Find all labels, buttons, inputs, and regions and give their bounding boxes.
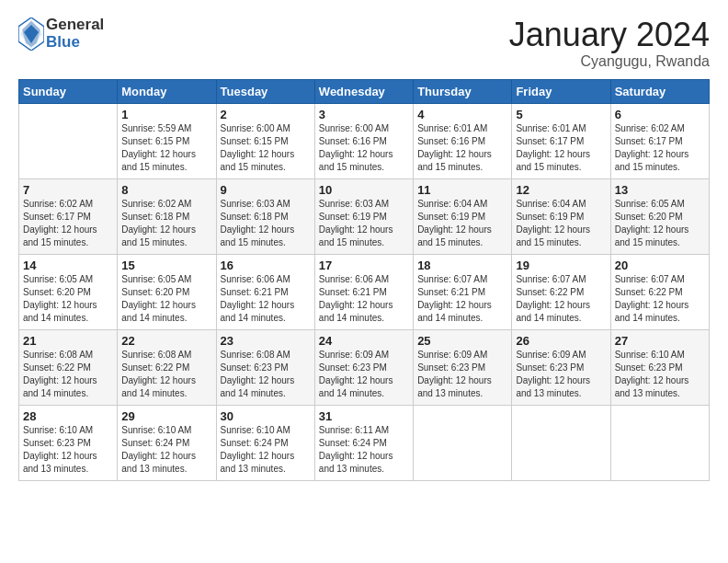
- table-row: 27Sunrise: 6:10 AM Sunset: 6:23 PM Dayli…: [610, 329, 709, 405]
- col-wednesday: Wednesday: [314, 79, 413, 103]
- day-number: 21: [23, 334, 113, 348]
- table-row: 17Sunrise: 6:06 AM Sunset: 6:21 PM Dayli…: [314, 254, 413, 329]
- day-info: Sunrise: 6:07 AM Sunset: 6:22 PM Dayligh…: [615, 273, 705, 325]
- table-row: 9Sunrise: 6:03 AM Sunset: 6:18 PM Daylig…: [216, 178, 314, 254]
- day-info: Sunrise: 6:07 AM Sunset: 6:22 PM Dayligh…: [516, 273, 606, 325]
- day-number: 23: [221, 334, 311, 348]
- calendar-week-3: 21Sunrise: 6:08 AM Sunset: 6:22 PM Dayli…: [19, 329, 710, 405]
- day-info: Sunrise: 6:10 AM Sunset: 6:24 PM Dayligh…: [121, 424, 211, 476]
- table-row: 15Sunrise: 6:05 AM Sunset: 6:20 PM Dayli…: [118, 254, 216, 329]
- logo-general-text: General: [46, 17, 104, 34]
- day-info: Sunrise: 6:04 AM Sunset: 6:19 PM Dayligh…: [516, 198, 606, 249]
- day-info: Sunrise: 6:09 AM Sunset: 6:23 PM Dayligh…: [417, 349, 507, 400]
- day-info: Sunrise: 6:08 AM Sunset: 6:22 PM Dayligh…: [23, 349, 113, 400]
- header-row: Sunday Monday Tuesday Wednesday Thursday…: [19, 79, 710, 103]
- table-row: 30Sunrise: 6:10 AM Sunset: 6:24 PM Dayli…: [216, 405, 314, 480]
- calendar-week-1: 7Sunrise: 6:02 AM Sunset: 6:17 PM Daylig…: [19, 178, 710, 254]
- day-number: 31: [319, 409, 409, 423]
- day-number: 29: [121, 409, 211, 423]
- day-info: Sunrise: 6:09 AM Sunset: 6:23 PM Dayligh…: [516, 349, 606, 400]
- day-number: 15: [121, 259, 211, 272]
- day-info: Sunrise: 6:04 AM Sunset: 6:19 PM Dayligh…: [417, 198, 507, 249]
- day-info: Sunrise: 6:03 AM Sunset: 6:19 PM Dayligh…: [319, 198, 409, 249]
- calendar-week-4: 28Sunrise: 6:10 AM Sunset: 6:23 PM Dayli…: [19, 405, 710, 480]
- table-row: 3Sunrise: 6:00 AM Sunset: 6:16 PM Daylig…: [314, 103, 413, 178]
- day-number: 13: [615, 183, 705, 197]
- table-row: 14Sunrise: 6:05 AM Sunset: 6:20 PM Dayli…: [19, 254, 118, 329]
- day-info: Sunrise: 6:05 AM Sunset: 6:20 PM Dayligh…: [23, 273, 113, 325]
- calendar-week-2: 14Sunrise: 6:05 AM Sunset: 6:20 PM Dayli…: [19, 254, 710, 329]
- table-row: 6Sunrise: 6:02 AM Sunset: 6:17 PM Daylig…: [610, 103, 709, 178]
- day-info: Sunrise: 6:10 AM Sunset: 6:24 PM Dayligh…: [221, 424, 311, 476]
- day-info: Sunrise: 6:11 AM Sunset: 6:24 PM Dayligh…: [319, 424, 409, 476]
- table-row: 20Sunrise: 6:07 AM Sunset: 6:22 PM Dayli…: [610, 254, 709, 329]
- day-number: 9: [221, 183, 311, 197]
- logo-text: General Blue: [46, 17, 104, 51]
- title-block: January 2024 Cyangugu, Rwanda: [509, 17, 710, 70]
- day-info: Sunrise: 6:10 AM Sunset: 6:23 PM Dayligh…: [23, 424, 113, 476]
- table-row: 23Sunrise: 6:08 AM Sunset: 6:23 PM Dayli…: [216, 329, 314, 405]
- day-number: 18: [417, 259, 507, 272]
- day-number: 26: [516, 334, 606, 348]
- col-friday: Friday: [512, 79, 610, 103]
- table-row: 16Sunrise: 6:06 AM Sunset: 6:21 PM Dayli…: [216, 254, 314, 329]
- table-row: 24Sunrise: 6:09 AM Sunset: 6:23 PM Dayli…: [314, 329, 413, 405]
- table-row: 21Sunrise: 6:08 AM Sunset: 6:22 PM Dayli…: [19, 329, 118, 405]
- day-number: 5: [516, 108, 606, 121]
- logo-blue-text: Blue: [46, 34, 104, 52]
- day-info: Sunrise: 6:00 AM Sunset: 6:16 PM Dayligh…: [319, 122, 409, 174]
- table-row: 11Sunrise: 6:04 AM Sunset: 6:19 PM Dayli…: [414, 178, 512, 254]
- col-tuesday: Tuesday: [216, 79, 314, 103]
- calendar-table: Sunday Monday Tuesday Wednesday Thursday…: [18, 79, 710, 481]
- table-row: 26Sunrise: 6:09 AM Sunset: 6:23 PM Dayli…: [512, 329, 610, 405]
- table-row: [414, 405, 512, 480]
- table-row: 2Sunrise: 6:00 AM Sunset: 6:15 PM Daylig…: [216, 103, 314, 178]
- day-number: 16: [221, 259, 311, 272]
- col-monday: Monday: [118, 79, 216, 103]
- col-sunday: Sunday: [19, 79, 118, 103]
- table-row: 4Sunrise: 6:01 AM Sunset: 6:16 PM Daylig…: [414, 103, 512, 178]
- day-info: Sunrise: 6:08 AM Sunset: 6:22 PM Dayligh…: [121, 349, 211, 400]
- col-saturday: Saturday: [610, 79, 709, 103]
- day-number: 6: [615, 108, 705, 121]
- day-info: Sunrise: 6:00 AM Sunset: 6:15 PM Dayligh…: [221, 122, 311, 174]
- table-row: 28Sunrise: 6:10 AM Sunset: 6:23 PM Dayli…: [19, 405, 118, 480]
- day-number: 17: [319, 259, 409, 272]
- day-number: 3: [319, 108, 409, 121]
- calendar-subtitle: Cyangugu, Rwanda: [509, 53, 710, 70]
- table-row: 1Sunrise: 5:59 AM Sunset: 6:15 PM Daylig…: [118, 103, 216, 178]
- day-info: Sunrise: 6:03 AM Sunset: 6:18 PM Dayligh…: [221, 198, 311, 249]
- table-row: 12Sunrise: 6:04 AM Sunset: 6:19 PM Dayli…: [512, 178, 610, 254]
- logo-icon: [18, 17, 44, 51]
- day-info: Sunrise: 5:59 AM Sunset: 6:15 PM Dayligh…: [121, 122, 211, 174]
- day-number: 12: [516, 183, 606, 197]
- day-number: 28: [23, 409, 113, 423]
- table-row: 7Sunrise: 6:02 AM Sunset: 6:17 PM Daylig…: [19, 178, 118, 254]
- day-info: Sunrise: 6:01 AM Sunset: 6:17 PM Dayligh…: [516, 122, 606, 174]
- table-row: 8Sunrise: 6:02 AM Sunset: 6:18 PM Daylig…: [118, 178, 216, 254]
- calendar-week-0: 1Sunrise: 5:59 AM Sunset: 6:15 PM Daylig…: [19, 103, 710, 178]
- page: General Blue January 2024 Cyangugu, Rwan…: [0, 0, 728, 563]
- table-row: 29Sunrise: 6:10 AM Sunset: 6:24 PM Dayli…: [118, 405, 216, 480]
- day-info: Sunrise: 6:09 AM Sunset: 6:23 PM Dayligh…: [319, 349, 409, 400]
- day-info: Sunrise: 6:10 AM Sunset: 6:23 PM Dayligh…: [615, 349, 705, 400]
- day-info: Sunrise: 6:05 AM Sunset: 6:20 PM Dayligh…: [615, 198, 705, 249]
- day-number: 20: [615, 259, 705, 272]
- day-number: 4: [417, 108, 507, 121]
- table-row: 18Sunrise: 6:07 AM Sunset: 6:21 PM Dayli…: [414, 254, 512, 329]
- logo: General Blue: [18, 17, 104, 51]
- day-number: 30: [221, 409, 311, 423]
- table-row: 19Sunrise: 6:07 AM Sunset: 6:22 PM Dayli…: [512, 254, 610, 329]
- day-number: 1: [121, 108, 211, 121]
- day-number: 7: [23, 183, 113, 197]
- day-info: Sunrise: 6:06 AM Sunset: 6:21 PM Dayligh…: [221, 273, 311, 325]
- day-number: 27: [615, 334, 705, 348]
- day-info: Sunrise: 6:02 AM Sunset: 6:18 PM Dayligh…: [121, 198, 211, 249]
- day-info: Sunrise: 6:05 AM Sunset: 6:20 PM Dayligh…: [121, 273, 211, 325]
- day-info: Sunrise: 6:07 AM Sunset: 6:21 PM Dayligh…: [417, 273, 507, 325]
- table-row: 22Sunrise: 6:08 AM Sunset: 6:22 PM Dayli…: [118, 329, 216, 405]
- calendar-title: January 2024: [509, 17, 710, 53]
- day-number: 14: [23, 259, 113, 272]
- table-row: [512, 405, 610, 480]
- day-info: Sunrise: 6:01 AM Sunset: 6:16 PM Dayligh…: [417, 122, 507, 174]
